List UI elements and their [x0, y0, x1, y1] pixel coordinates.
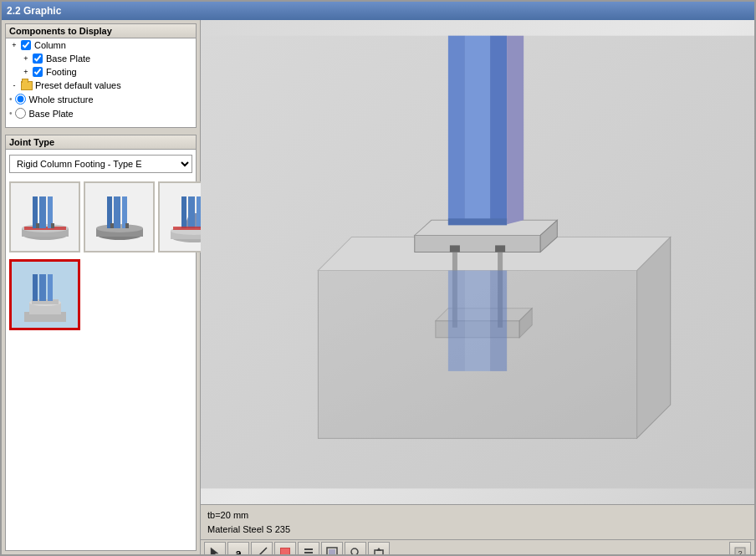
svg-marker-64	[211, 548, 218, 554]
svg-rect-60	[495, 245, 505, 252]
joint-section: Joint Type Rigid Column Footing - Type A…	[5, 135, 197, 551]
measure-tool-button[interactable]	[251, 542, 273, 554]
svg-rect-7	[36, 223, 39, 228]
column-label: Column	[34, 40, 66, 50]
svg-rect-70	[304, 548, 313, 550]
svg-rect-12	[114, 196, 120, 228]
baseplate-checkbox[interactable]	[33, 54, 43, 64]
svg-rect-38	[33, 274, 38, 301]
footing-label: Footing	[46, 67, 77, 77]
left-panel: Components to Display + Column + Base Pl…	[2, 20, 201, 554]
joint-type-5[interactable]	[9, 259, 80, 330]
svg-rect-63	[490, 271, 507, 371]
svg-rect-15	[110, 223, 114, 228]
footing-checkbox[interactable]	[33, 67, 43, 77]
svg-rect-53	[465, 36, 490, 225]
select-tool-button[interactable]	[204, 542, 226, 554]
properties-icon	[303, 547, 314, 554]
help-button[interactable]: ?	[729, 542, 751, 554]
baseplate-preset-item[interactable]: • Base Plate	[6, 106, 196, 120]
cursor-icon	[209, 547, 221, 554]
svg-marker-55	[507, 36, 524, 225]
svg-rect-22	[181, 196, 186, 228]
properties-button[interactable]	[298, 542, 319, 554]
svg-marker-46	[415, 235, 540, 252]
svg-line-65	[257, 548, 267, 554]
svg-point-75	[351, 548, 358, 554]
components-section: Components to Display + Column + Base Pl…	[5, 23, 197, 128]
joint-types-row2	[6, 256, 196, 334]
status-line1: tb=20 mm	[207, 508, 748, 523]
svg-rect-74	[329, 549, 335, 554]
svg-rect-16	[125, 223, 129, 228]
export-icon	[373, 547, 385, 554]
status-text-container: tb=20 mm Material Steel S 235	[201, 505, 754, 539]
svg-marker-78	[376, 548, 381, 551]
svg-rect-54	[490, 36, 507, 225]
baseplate-preset-radio[interactable]	[15, 108, 26, 119]
svg-rect-8	[51, 223, 54, 228]
column-tree-item[interactable]: + Column	[6, 38, 196, 52]
footing-expand[interactable]: +	[21, 67, 31, 77]
view-icon	[326, 547, 338, 554]
footing-tree-item[interactable]: + Footing	[6, 65, 196, 79]
joint-header: Joint Type	[6, 135, 196, 150]
column-checkbox[interactable]	[21, 40, 31, 50]
scene-svg	[201, 20, 754, 504]
whole-structure-radio[interactable]	[15, 94, 26, 105]
svg-rect-21	[188, 196, 195, 228]
baseplate-tree-item[interactable]: + Base Plate	[6, 52, 196, 65]
view-button[interactable]	[321, 542, 343, 554]
baseplate-expand[interactable]: +	[21, 54, 31, 64]
zoom-button[interactable]	[345, 542, 366, 554]
joint-type-1[interactable]	[9, 181, 80, 252]
svg-marker-43	[637, 237, 671, 438]
zoom-icon	[350, 547, 361, 554]
joint-type-dropdown[interactable]: Rigid Column Footing - Type A Rigid Colu…	[9, 155, 192, 173]
svg-rect-61	[448, 271, 465, 371]
joint-types-row1	[6, 178, 196, 256]
svg-rect-69	[281, 548, 289, 554]
svg-rect-52	[448, 36, 465, 225]
svg-rect-59	[450, 245, 460, 252]
bottom-toolbar: a	[201, 539, 754, 554]
svg-rect-71	[304, 552, 313, 553]
color-tool-button[interactable]	[274, 542, 296, 554]
status-bar: tb=20 mm Material Steel S 235 a	[201, 504, 754, 554]
svg-rect-37	[39, 274, 46, 301]
svg-rect-56	[448, 218, 507, 225]
whole-structure-item[interactable]: • Whole structure	[6, 92, 196, 106]
joint-type-2[interactable]	[84, 181, 155, 252]
status-line2: Material Steel S 235	[207, 523, 748, 537]
right-panel: tb=20 mm Material Steel S 235 a	[201, 20, 754, 554]
joint-type-2-icon	[90, 188, 149, 247]
preset-folder-icon	[21, 81, 33, 90]
color-icon	[279, 547, 291, 554]
help-icon: ?	[734, 547, 746, 554]
baseplate-label: Base Plate	[46, 54, 90, 64]
joint-dropdown-container: Rigid Column Footing - Type A Rigid Colu…	[9, 155, 192, 173]
svg-rect-4	[39, 196, 46, 228]
title-bar: 2.2 Graphic	[2, 2, 754, 20]
viewport-3d[interactable]	[201, 20, 754, 504]
baseplate-preset-label: Base Plate	[29, 109, 74, 119]
joint-type-1-icon	[16, 188, 74, 247]
column-expand[interactable]: +	[9, 40, 19, 50]
preset-tree-item[interactable]: - Preset default values	[6, 79, 196, 92]
text-tool-button[interactable]: a	[227, 542, 249, 554]
joint-type-5-icon	[16, 266, 74, 324]
window-title: 2.2 Graphic	[7, 5, 61, 17]
export-button[interactable]	[368, 542, 390, 554]
svg-rect-39	[48, 274, 53, 301]
measure-icon	[256, 547, 268, 554]
text-tool-icon: a	[235, 547, 241, 555]
whole-structure-label: Whole structure	[29, 94, 94, 105]
preset-label: Preset default values	[35, 80, 121, 90]
preset-expand[interactable]: -	[9, 80, 19, 90]
main-window: 2.2 Graphic Components to Display + Colu…	[0, 0, 756, 556]
components-header: Components to Display	[6, 24, 196, 38]
svg-rect-62	[465, 271, 490, 371]
svg-text:?: ?	[738, 549, 742, 554]
